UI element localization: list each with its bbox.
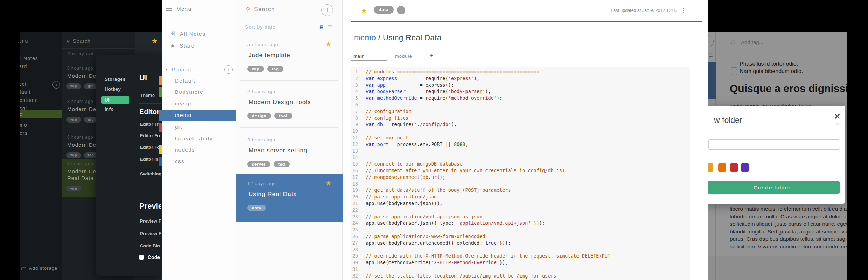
dark-sidebar-item-starred[interactable]: ard [20,64,27,69]
esc-hint: esc [835,122,840,126]
note-tag-pill[interactable]: data [374,6,394,14]
sidebar-item-mysql[interactable]: mysql [159,98,236,109]
popup-nav-item[interactable]: Info [105,106,114,112]
code-line: // connect to our mongoDB database [366,161,690,167]
line-number: 24 [351,220,360,226]
code-editor[interactable]: 1234567891011121314151617181920212223242… [351,67,690,280]
new-tab-button[interactable]: + [430,52,433,59]
dark-sidebar-item[interactable]: mo [20,122,27,128]
sidebar-item-label: Default [175,75,195,86]
dark-sidebar-item[interactable]: fault [20,89,30,95]
sidebar-item-laravel_study[interactable]: laravel_study [159,133,236,144]
dark-add-folder-button[interactable]: + [52,81,60,89]
popup-nav-item[interactable]: Hotkey [105,86,121,92]
code-line [366,102,690,108]
tag-pill: server [247,161,270,167]
search-field[interactable]: ⚲ Search [246,6,275,13]
tab-main[interactable]: main [354,54,365,59]
line-number: 21 [351,200,360,207]
dark-sidebar-item[interactable]: ostnote [20,97,38,103]
code-line: // override with the X-HTTP-Method-Overr… [366,253,690,259]
sidebar-item-label: memo [175,110,192,121]
sidebar-item-all-notes[interactable]: 🗄 All Notes [170,31,206,37]
folder-color-strip [159,122,162,132]
note-title: Modern Design Tools [248,99,311,106]
line-number: 10 [351,128,360,134]
sidebar-item-css[interactable]: css [159,156,236,167]
popup-nav-item[interactable]: Storages [105,77,126,82]
dark-search-field[interactable]: ⚲ Search [66,38,91,44]
line-number: 23 [351,214,360,220]
note-title: Modern Des [67,168,99,174]
dark-sidebar-item[interactable]: ers [20,130,27,136]
dialog-title: w folder [714,115,742,125]
code-line: var express = require('express'); [366,75,690,82]
note-card[interactable]: 3 hours agoMean server settingservertag [236,130,343,175]
menu-toggle[interactable]: Menu [166,6,192,12]
code-line [366,128,690,134]
popup-nav-label: UI [105,97,110,103]
star-toggle-icon[interactable]: ★ [360,6,368,15]
star-icon[interactable]: ★ [326,40,331,48]
add-folder-button[interactable]: + [224,65,233,74]
line-number: 7 [351,108,360,115]
sidebar-item-starred[interactable]: ★ Stard [170,42,195,49]
dark-menu-label[interactable]: enu [20,38,28,44]
line-number: 30 [351,259,360,266]
code-line: // get all data/stuff of the body (POST)… [366,187,690,194]
chevron-down-icon: ▼ [165,68,168,71]
code-line [366,207,690,214]
folder-name-input[interactable] [708,139,840,150]
sort-selector[interactable]: Sort by date [245,24,276,30]
tab-module[interactable]: module [395,54,412,59]
create-folder-button[interactable]: Create folder [708,181,840,194]
create-folder-dialog: w folder ✕ esc Create folder [708,106,845,204]
all-notes-label: All Notes [180,31,206,37]
note-card[interactable]: an hours ago★Jade templatewiptag [236,35,343,80]
project-header[interactable]: ▼ Project [165,66,191,72]
sidebar-item-Default[interactable]: Default [159,75,236,86]
dark-sidebar-item-all-notes[interactable]: ll Notes [20,56,38,61]
sidebar-item-memo[interactable]: memo [159,110,236,121]
tag-pill: git [84,117,97,122]
add-tag-button[interactable]: + [397,6,405,14]
code-line [366,154,690,161]
sidebar-item-Boostnote[interactable]: Boostnote [159,86,236,98]
star-icon[interactable]: ★ [326,179,331,187]
note-tags: wip [66,185,84,191]
popup-checkbox[interactable] [139,255,144,260]
line-number: 22 [351,207,360,214]
color-swatch[interactable] [718,163,726,172]
new-note-button[interactable]: + [321,4,333,16]
sidebar-item-git[interactable]: git [159,121,236,133]
note-tags: servertag [247,161,293,167]
note-card[interactable]: 2 hours agoModern Design Toolsdesigntool [236,82,343,127]
line-number: 2 [351,75,360,82]
color-swatch[interactable] [741,163,749,172]
search-icon: ⚲ [246,6,250,13]
note-tags: wipgit [66,83,100,89]
star-icon[interactable]: ★ [152,37,158,45]
note-card-selected[interactable]: 12 days ago★Using Real Datadata [236,174,343,222]
title-text: Using Real Data [383,33,442,42]
note-title: Jade template [248,52,290,59]
folder-color-strip [159,76,162,85]
color-swatch[interactable] [708,163,713,172]
code-line: // set our port [366,134,690,141]
kebab-menu-icon[interactable]: ⋮ [681,7,686,14]
close-icon[interactable]: ✕ [834,112,840,121]
title-folder-link[interactable]: memo [354,33,376,42]
dark-project-label[interactable]: ect [20,81,27,87]
storage-icon: 🗃 [21,265,26,271]
sidebar-item-label: mysql [175,98,191,109]
color-swatch[interactable] [730,163,738,172]
note-tags: wipgit [66,116,100,122]
list-view-icon[interactable]: ☰ [328,24,332,29]
grid-view-icon[interactable]: ▦ [319,24,323,29]
line-number: 25 [351,226,360,233]
dark-add-storage[interactable]: 🗃 Add storage [21,265,57,271]
dark-sort-label[interactable]: Sort by xxx [67,51,93,56]
dark-sidebar-item-selected[interactable] [20,110,62,118]
code-line: var methodOverride = require('method-ove… [366,95,690,102]
sidebar-item-nodeJs[interactable]: nodeJs [159,144,236,155]
